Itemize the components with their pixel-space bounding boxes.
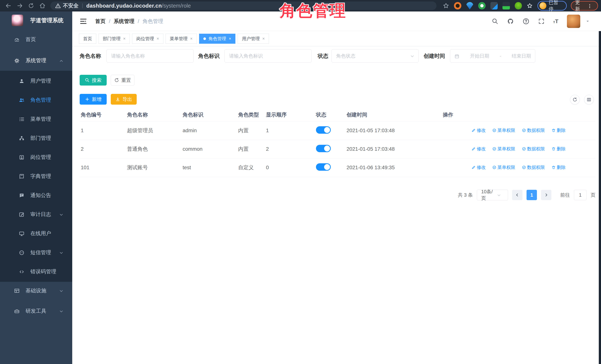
add-button[interactable]: 新增 bbox=[80, 94, 107, 105]
address-bar[interactable]: 不安全 dashboard.yudao.iocoder.cn/system/ro… bbox=[50, 1, 437, 10]
sidebar-item-label: 用户管理 bbox=[30, 77, 51, 84]
header-search-icon[interactable] bbox=[492, 18, 498, 25]
fullscreen-icon[interactable] bbox=[538, 18, 545, 25]
extensions-puzzle-icon[interactable] bbox=[527, 3, 533, 9]
sidebar-item-sms-management[interactable]: 短信管理 bbox=[0, 242, 72, 263]
goto-page-input[interactable]: 1 bbox=[574, 190, 587, 200]
table-columns-button[interactable] bbox=[584, 95, 594, 104]
sidebar-item-post-management[interactable]: 岗位管理 bbox=[0, 147, 72, 167]
search-button[interactable]: 搜索 bbox=[80, 75, 107, 86]
delete-link[interactable]: 删除 bbox=[551, 127, 566, 133]
export-button[interactable]: 导出 bbox=[111, 94, 137, 105]
browser-forward-icon[interactable] bbox=[17, 3, 23, 9]
tab-close-icon[interactable]: × bbox=[157, 36, 159, 41]
edit-link[interactable]: 修改 bbox=[471, 146, 486, 152]
extension-icon-6[interactable] bbox=[515, 2, 522, 10]
calendar-icon bbox=[454, 53, 460, 59]
page-size-select[interactable]: 10条/页 bbox=[477, 190, 508, 200]
table-refresh-button[interactable] bbox=[570, 95, 580, 104]
tab-home[interactable]: 首页 bbox=[79, 34, 96, 44]
sidebar-item-online-users[interactable]: 在线用户 bbox=[0, 223, 72, 244]
help-question-icon[interactable] bbox=[522, 18, 530, 25]
sidebar-item-audit-log[interactable]: 审计日志 bbox=[0, 204, 72, 225]
tab-user-management[interactable]: 用户管理 × bbox=[238, 34, 269, 44]
sidebar-collapse-icon[interactable] bbox=[80, 18, 87, 25]
sidebar-item-menu-management[interactable]: 菜单管理 bbox=[0, 109, 72, 129]
sidebar-item-dev-tools[interactable]: 研发工具 bbox=[0, 301, 72, 321]
tab-close-icon[interactable]: × bbox=[190, 36, 193, 41]
tab-close-icon[interactable]: × bbox=[229, 36, 231, 41]
delete-link[interactable]: 删除 bbox=[551, 146, 566, 152]
extension-icon-3[interactable] bbox=[478, 2, 486, 10]
sidebar-item-dept-management[interactable]: 部门管理 bbox=[0, 128, 72, 148]
end-date-placeholder[interactable]: 结束日期 bbox=[512, 53, 531, 59]
start-date-placeholder[interactable]: 开始日期 bbox=[470, 53, 489, 59]
extension-icon-1[interactable] bbox=[454, 2, 461, 10]
avatar-caret-down-icon[interactable] bbox=[585, 19, 590, 23]
browser-back-icon[interactable] bbox=[5, 3, 11, 9]
menu-permission-link[interactable]: 菜单权限 bbox=[492, 127, 515, 133]
range-separator: - bbox=[500, 53, 501, 59]
sidebar-item-label: 研发工具 bbox=[26, 307, 46, 315]
data-permission-link[interactable]: 数据权限 bbox=[522, 164, 545, 170]
prev-page-button[interactable] bbox=[512, 190, 522, 200]
breadcrumb-system[interactable]: 系统管理 bbox=[114, 18, 134, 25]
role-key-input-field[interactable] bbox=[225, 49, 311, 62]
tab-close-icon[interactable]: × bbox=[123, 36, 126, 41]
status-select[interactable]: 角色状态 bbox=[331, 49, 419, 63]
not-secure-label: 不安全 bbox=[63, 2, 79, 9]
user-avatar[interactable] bbox=[567, 15, 580, 28]
window-scrollbar[interactable] bbox=[599, 11, 601, 364]
extension-icon-2[interactable] bbox=[466, 2, 474, 10]
next-page-button[interactable] bbox=[541, 190, 551, 200]
sidebar-item-infrastructure[interactable]: 基础设施 bbox=[0, 281, 72, 301]
sidebar: 芋道管理系统 首页 系统管理 用户管理 角色管理 菜单管理 部门管理 岗位管理 … bbox=[0, 11, 72, 364]
reset-button-label: 重置 bbox=[121, 77, 131, 83]
tab-dept-management[interactable]: 部门管理 × bbox=[99, 34, 130, 44]
sidebar-item-notice[interactable]: 通知公告 bbox=[0, 185, 72, 206]
sidebar-item-home[interactable]: 首页 bbox=[0, 29, 72, 50]
browser-update-button[interactable]: 更新 bbox=[571, 1, 598, 10]
sidebar-item-dict-management[interactable]: 字典管理 bbox=[0, 166, 72, 187]
cell-create-time: 2021-01-05 17:03:48 bbox=[345, 140, 442, 158]
role-name-input[interactable] bbox=[107, 49, 193, 63]
profile-paused-badge[interactable]: 已暂停 bbox=[538, 1, 567, 10]
sidebar-item-error-code[interactable]: 错误码管理 bbox=[0, 261, 72, 282]
chrome-menu-dots-icon[interactable] bbox=[587, 3, 592, 9]
github-icon[interactable] bbox=[507, 18, 514, 25]
menu-permission-link[interactable]: 菜单权限 bbox=[492, 146, 515, 152]
edit-link[interactable]: 修改 bbox=[471, 127, 486, 133]
status-toggle-on[interactable] bbox=[316, 163, 331, 171]
delete-link[interactable]: 删除 bbox=[551, 164, 566, 170]
reset-button[interactable]: 重置 bbox=[111, 75, 134, 86]
status-toggle-on[interactable] bbox=[316, 145, 331, 152]
bookmark-star-icon[interactable] bbox=[443, 3, 449, 9]
browser-home-icon[interactable] bbox=[39, 3, 46, 9]
tab-menu-management[interactable]: 菜单管理 × bbox=[166, 34, 197, 44]
url-path: /system/role bbox=[162, 3, 191, 9]
filter-role-name-label: 角色名称 bbox=[80, 49, 101, 63]
tab-post-management[interactable]: 岗位管理 × bbox=[132, 34, 163, 44]
font-size-icon[interactable]: тT bbox=[553, 18, 558, 24]
edit-link[interactable]: 修改 bbox=[471, 164, 486, 170]
sidebar-item-label: 角色管理 bbox=[30, 97, 51, 104]
browser-reload-icon[interactable] bbox=[28, 3, 34, 9]
role-key-input[interactable] bbox=[224, 49, 311, 63]
table-row: 2 普通角色 common 内置 2 2021-01-05 17:03:48 修… bbox=[80, 140, 595, 158]
extension-icon-5[interactable] bbox=[502, 2, 510, 10]
data-permission-link[interactable]: 数据权限 bbox=[522, 146, 545, 152]
role-name-input-field[interactable] bbox=[107, 49, 193, 62]
breadcrumb-home[interactable]: 首页 bbox=[95, 18, 106, 25]
brand-header[interactable]: 芋道管理系统 bbox=[0, 11, 72, 29]
current-page-button[interactable]: 1 bbox=[527, 190, 537, 200]
menu-permission-link[interactable]: 菜单权限 bbox=[492, 164, 515, 170]
tab-role-management[interactable]: 角色管理 × bbox=[199, 34, 236, 44]
sidebar-item-role-management[interactable]: 角色管理 bbox=[0, 90, 72, 110]
sidebar-item-system-management[interactable]: 系统管理 bbox=[0, 50, 72, 71]
extension-icon-4[interactable] bbox=[491, 2, 498, 10]
tab-close-icon[interactable]: × bbox=[262, 36, 265, 41]
data-permission-link[interactable]: 数据权限 bbox=[522, 127, 545, 133]
status-toggle-on[interactable] bbox=[316, 126, 331, 134]
date-range-picker[interactable]: 开始日期 - 结束日期 bbox=[450, 49, 535, 63]
sidebar-item-user-management[interactable]: 用户管理 bbox=[0, 71, 72, 91]
